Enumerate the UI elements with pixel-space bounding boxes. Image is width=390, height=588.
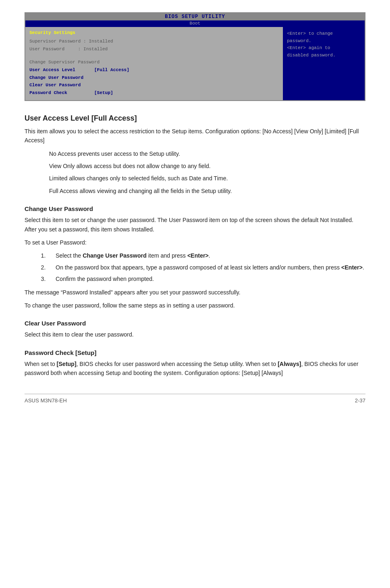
- footer-left: ASUS M3N78-EH: [25, 397, 67, 404]
- bios-sidebar-line2: password.: [287, 38, 311, 43]
- cup-steps-list: 1. Select the Change User Password item …: [41, 251, 365, 283]
- cup-note2: To change the user password, follow the …: [25, 301, 365, 310]
- bios-ual-value: [Full Access]: [94, 67, 129, 72]
- bios-sidebar-line3: <Enter> again to: [287, 45, 330, 50]
- password-check-section: Password Check [Setup] When set to [Setu…: [25, 349, 365, 378]
- cup-step-2: 2. On the password box that appears, typ…: [41, 263, 365, 272]
- bios-user-password-value: : Installed: [78, 47, 108, 52]
- bios-user-password-row: User Password : Installed: [29, 45, 279, 53]
- pc-heading: Password Check [Setup]: [25, 349, 365, 356]
- cup-step3-num: 3.: [41, 274, 56, 283]
- bios-subtitle: Boot: [25, 20, 365, 27]
- bios-clear-user-password: Clear User Password: [29, 81, 279, 89]
- ual-bullet-3: Limited allows changes only to selected …: [49, 174, 365, 183]
- ual-bullet-1: No Access prevents user access to the Se…: [49, 149, 365, 158]
- bios-supervisor-value: : Installed: [83, 39, 113, 44]
- bios-screenshot: BIOS SETUP UTILITY Boot Security Setting…: [25, 12, 365, 101]
- bios-title: BIOS SETUP UTILITY: [25, 13, 365, 20]
- change-user-password-section: Change User Password Select this item to…: [25, 205, 365, 310]
- page-footer: ASUS M3N78-EH 2-37: [25, 394, 365, 404]
- pc-text-mid1: , BIOS checks for user password when acc…: [76, 361, 278, 367]
- clup-heading: Clear User Password: [25, 320, 365, 327]
- pc-text-before: When set to: [25, 361, 57, 367]
- bios-sidebar-line1: <Enter> to change: [287, 31, 333, 36]
- user-access-level-section: User Access Level [Full Access] This ite…: [25, 114, 365, 195]
- cup-step1-bold2: <Enter>: [187, 252, 208, 259]
- bios-change-supervisor: Change Supervisor Password: [29, 58, 279, 66]
- cup-step3-text: Confirm the password when prompted.: [56, 274, 154, 283]
- cup-step1-bold1: Change User Password: [83, 252, 146, 259]
- clup-text: Select this item to clear the user passw…: [25, 330, 365, 339]
- bios-pc-label: Password Check: [29, 90, 92, 95]
- pc-text: When set to [Setup], BIOS checks for use…: [25, 359, 365, 378]
- cup-step2-num: 2.: [41, 263, 56, 272]
- cup-intro: Select this item to set or change the us…: [25, 215, 365, 234]
- pc-bold2: [Always]: [278, 361, 301, 367]
- ual-intro: This item allows you to select the acces…: [25, 127, 365, 145]
- cup-step1-num: 1.: [41, 251, 56, 260]
- cup-step2-text: On the password box that appears, type a…: [56, 263, 364, 272]
- cup-set-label: To set a User Password:: [25, 238, 365, 247]
- ual-heading: User Access Level [Full Access]: [25, 114, 365, 123]
- bios-supervisor-row: Supervisor Password : Installed: [29, 38, 279, 45]
- pc-bold1: [Setup]: [57, 361, 76, 367]
- bios-section-header: Security Settings: [29, 30, 279, 35]
- cup-step2-bold: <Enter>: [341, 264, 363, 271]
- footer-right: 2-37: [355, 397, 365, 404]
- bios-sidebar-panel: <Enter> to change password. <Enter> agai…: [283, 27, 365, 100]
- bios-body: Security Settings Supervisor Password : …: [25, 27, 365, 100]
- ual-bullet-4: Full Access allows viewing and changing …: [49, 186, 365, 195]
- bios-supervisor-label: Supervisor Password: [29, 39, 81, 44]
- clear-user-password-section: Clear User Password Select this item to …: [25, 320, 365, 339]
- bios-sidebar-line4: disabled password.: [287, 53, 336, 58]
- bios-user-password-label: User Password: [29, 47, 75, 52]
- cup-heading: Change User Password: [25, 205, 365, 212]
- ual-bullet-2: View Only allows access but does not all…: [49, 162, 365, 171]
- bios-user-access-level: User Access Level [Full Access]: [29, 66, 279, 74]
- bios-main-panel: Security Settings Supervisor Password : …: [25, 27, 283, 100]
- bios-change-user-password: Change User Password: [29, 74, 279, 82]
- bios-pc-value: [Setup]: [94, 90, 113, 95]
- cup-step-3: 3. Confirm the password when prompted.: [41, 274, 365, 283]
- cup-step1-text: Select the Change User Password item and…: [56, 251, 210, 260]
- bios-ual-label: User Access Level: [29, 67, 92, 72]
- bios-password-check: Password Check [Setup]: [29, 89, 279, 97]
- cup-step-1: 1. Select the Change User Password item …: [41, 251, 365, 260]
- cup-note1: The message “Password Installed” appears…: [25, 288, 365, 297]
